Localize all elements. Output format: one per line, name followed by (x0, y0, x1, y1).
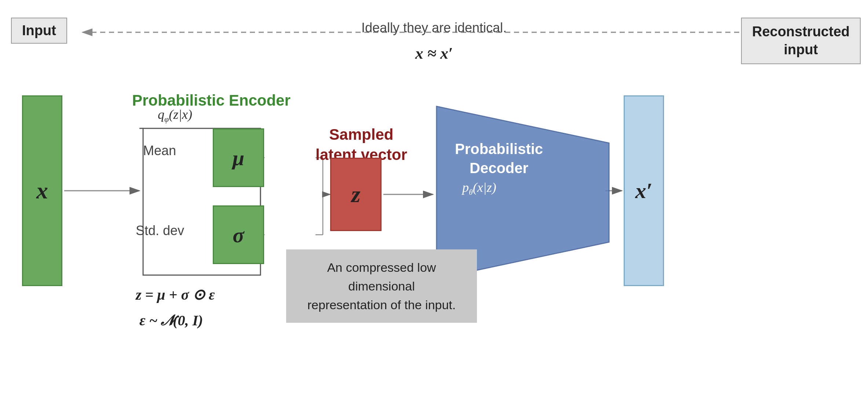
decoder-formula-text: pθ(x|z) (462, 180, 496, 195)
ideal-text-content: Ideally they are identical. (361, 20, 507, 35)
input-symbol: x (36, 177, 48, 204)
epsilon-equation-text: ε ~ 𝒩(0, I) (139, 312, 203, 329)
top-equation-text: x ≈ x′ (415, 44, 453, 62)
callout-text: An compressed low dimensional representa… (293, 258, 470, 314)
input-label: Input (11, 18, 67, 44)
prob-encoder-label: Probabilistic Encoder (132, 92, 291, 109)
reconstructed-label: Reconstructed input (741, 18, 861, 64)
stddev-text: Std. dev (136, 223, 184, 238)
epsilon-equation: ε ~ 𝒩(0, I) (139, 312, 203, 329)
mu-rect: μ (213, 128, 264, 187)
callout-box: An compressed low dimensional representa… (286, 249, 477, 323)
mean-text: Mean (143, 143, 176, 158)
z-equation: z = μ + σ ⊙ ε (136, 286, 215, 303)
prob-decoder-text: ProbabilisticDecoder (455, 141, 543, 176)
decoder-formula: pθ(x|z) (462, 180, 496, 197)
top-equation: x ≈ x′ (415, 44, 453, 63)
diagram-container: Input Reconstructed input Ideally they a… (0, 0, 868, 402)
prob-decoder-label: ProbabilisticDecoder (455, 139, 543, 178)
encoder-formula: qφ(z|x) (158, 106, 192, 124)
output-symbol: x′ (635, 178, 653, 204)
sigma-symbol: σ (233, 223, 244, 247)
encoder-formula-text: qφ(z|x) (158, 107, 192, 122)
mean-label: Mean (143, 143, 176, 158)
reconstructed-label-text: Reconstructed input (752, 24, 850, 57)
input-rect: x (22, 95, 62, 286)
input-label-text: Input (22, 23, 56, 38)
mu-symbol: μ (233, 146, 244, 170)
output-rect: x′ (624, 95, 664, 286)
sigma-rect: σ (213, 205, 264, 264)
z-rect: z (330, 158, 382, 231)
ideal-text: Ideally they are identical. (361, 20, 507, 36)
z-equation-text: z = μ + σ ⊙ ε (136, 286, 215, 303)
stddev-label: Std. dev (136, 223, 184, 238)
z-symbol: z (351, 181, 361, 208)
prob-encoder-text: Probabilistic Encoder (132, 92, 291, 109)
